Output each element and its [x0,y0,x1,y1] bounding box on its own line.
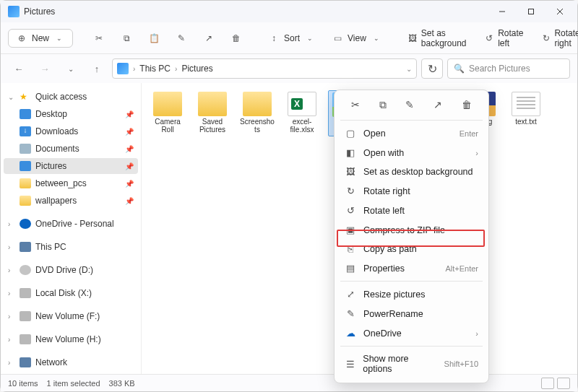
pin-icon: 📌 [125,162,134,170]
rename-icon[interactable]: ✎ [405,99,414,111]
file-label: Screenshots [240,118,275,134]
file-label: excel-file.xlsx [285,118,319,134]
titlebar: Pictures [1,1,577,22]
view-button[interactable]: ▭ View ⌄ [326,30,388,47]
view-label: View [348,33,366,43]
paste-icon: 📋 [148,32,160,44]
trash-icon[interactable]: 🗑 [462,99,472,111]
sort-icon: ↕ [268,32,280,44]
ctx-copy-path[interactable]: ⎘ Copy as path [335,240,488,258]
ctx-powerrename[interactable]: ✎ PowerRename [335,304,488,323]
rotate-left-button[interactable]: ↺ Rotate left [480,25,532,51]
delete-button[interactable]: 🗑 [225,30,248,47]
ctx-label: OneDrive [363,328,402,339]
ctx-onedrive[interactable]: ☁ OneDrive › [335,323,488,343]
breadcrumb-thispc[interactable]: This PC [139,64,171,74]
sidebar-item-thispc[interactable]: › This PC [4,239,138,255]
breadcrumb[interactable]: › This PC › Pictures ⌄ [112,58,417,79]
ctx-rotate-right[interactable]: ↻ Rotate right [335,181,488,201]
cut-icon[interactable]: ✂ [351,99,360,111]
ctx-compress-zip[interactable]: ▣ Compress to ZIP file [335,220,488,240]
ctx-set-background[interactable]: 🖼 Set as desktop background [335,162,488,181]
details-view-icon[interactable] [541,378,554,389]
copy-icon: ⧉ [121,32,132,44]
rename-button[interactable]: ✎ [170,30,193,47]
view-toggle[interactable] [541,378,570,389]
sidebar-item-pictures[interactable]: Pictures 📌 [4,158,138,174]
rotate-right-icon: ↻ [345,186,356,196]
separator [340,120,483,121]
set-background-button[interactable]: 🖼 Set as background [402,25,475,51]
maximize-button[interactable] [517,1,545,22]
sidebar-item-volf[interactable]: › New Volume (F:) [4,308,138,324]
sidebar-item-dvd[interactable]: › DVD Drive (D:) [4,262,138,278]
share-button[interactable]: ↗ [197,30,220,47]
search-placeholder: Search Pictures [469,64,530,74]
sidebar-item-downloads[interactable]: ↓ Downloads 📌 [4,123,138,139]
rotate-left-icon: ↺ [345,205,356,216]
star-icon: ★ [20,92,31,102]
sidebar-item-between[interactable]: between_pcs 📌 [4,175,138,191]
sidebar-label: New Volume (H:) [35,334,101,344]
close-button[interactable] [545,1,574,22]
rotate-right-button[interactable]: ↻ Rotate right [537,25,578,51]
drive-icon [20,288,31,298]
new-button[interactable]: ⊕ New ⌄ [8,29,73,48]
file-label: text.txt [515,118,536,126]
paste-button[interactable]: 📋 [142,30,165,47]
file-item-folder[interactable]: Saved Pictures [194,90,231,136]
breadcrumb-pictures[interactable]: Pictures [181,64,212,74]
sort-button[interactable]: ↕ Sort ⌄ [262,30,322,47]
recent-button[interactable]: ⌄ [60,58,82,79]
copy-button[interactable]: ⧉ [115,30,138,47]
minimize-button[interactable] [488,1,517,22]
share-icon: ↗ [203,32,215,44]
search-input[interactable]: 🔍 Search Pictures [447,58,570,79]
ctx-open[interactable]: ▢ Open Enter [335,123,488,143]
folder-icon [20,178,31,188]
sidebar-item-onedrive[interactable]: › OneDrive - Personal [4,216,138,232]
sidebar-item-wallpapers[interactable]: wallpapers 📌 [4,193,138,209]
ctx-rotate-left[interactable]: ↺ Rotate left [335,201,488,220]
sidebar-item-quickaccess[interactable]: ⌄ ★ Quick access [4,89,138,105]
sidebar-item-network[interactable]: › Network [4,354,138,370]
file-item-excel[interactable]: excel-file.xlsx [283,90,321,136]
chevron-down-icon[interactable]: ⌄ [406,65,412,73]
ctx-resize-pictures[interactable]: ⤢ Resize pictures [335,284,488,304]
pin-icon: 📌 [125,128,134,136]
body: ⌄ ★ Quick access Desktop 📌 ↓ Downloads 📌… [1,83,577,374]
forward-button[interactable]: → [34,58,56,79]
icons-view-icon[interactable] [557,378,570,389]
file-label: Saved Pictures [195,118,230,134]
sidebar-item-documents[interactable]: Documents 📌 [4,141,138,157]
file-item-folder[interactable]: Screenshots [238,90,276,136]
sidebar-item-localx[interactable]: › Local Disk (X:) [4,285,138,301]
refresh-button[interactable]: ↻ [421,58,443,79]
back-button[interactable]: ← [8,58,30,79]
share-icon[interactable]: ↗ [434,99,442,111]
network-icon [20,357,31,367]
openwith-icon: ◧ [345,147,356,158]
folder-icon [198,92,227,116]
ctx-label: Open with [363,148,404,158]
sidebar-label: OneDrive - Personal [35,219,114,229]
copy-icon[interactable]: ⧉ [379,99,387,111]
status-items: 10 items [8,379,38,388]
cut-button[interactable]: ✂ [87,30,111,47]
statusbar: 10 items 1 item selected 383 KB [1,374,577,391]
ctx-properties[interactable]: ▤ Properties Alt+Enter [335,258,488,278]
search-icon: 🔍 [454,64,465,74]
chevron-down-icon: ⌄ [53,32,65,44]
ctx-label: Rotate left [363,206,405,216]
sidebar-item-volh[interactable]: › New Volume (H:) [4,331,138,347]
sort-label: Sort [284,33,300,43]
file-item-folder[interactable]: Camera Roll [149,90,186,136]
file-item-text[interactable]: text.txt [507,90,545,136]
ctx-openwith[interactable]: ◧ Open with › [335,143,488,162]
rotate-right-icon: ↻ [543,32,551,44]
folder-icon [153,92,182,116]
shortcut: Enter [460,129,478,138]
up-button[interactable]: ↑ [86,58,108,79]
sidebar-item-desktop[interactable]: Desktop 📌 [4,106,138,122]
ctx-show-more[interactable]: ☰ Show more options Shift+F10 [335,349,488,378]
